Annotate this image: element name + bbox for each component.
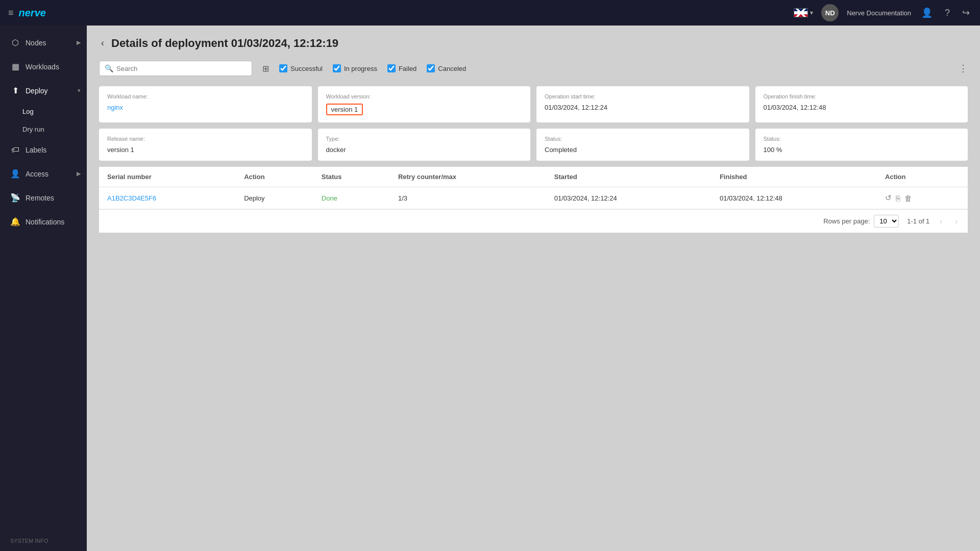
sidebar-item-log[interactable]: Log xyxy=(0,103,87,120)
col-action-header: Action xyxy=(877,167,968,187)
filter-successful[interactable]: Successful xyxy=(279,64,323,72)
hamburger-icon[interactable]: ≡ xyxy=(8,8,14,18)
refresh-icon[interactable]: ↺ xyxy=(885,193,892,203)
col-retry: Retry counter/max xyxy=(390,167,546,187)
language-selector[interactable]: ▾ xyxy=(794,8,813,17)
sidebar-item-notifications[interactable]: 🔔 Notifications xyxy=(0,210,87,234)
avatar[interactable]: ND xyxy=(821,4,839,21)
filter-in-progress-checkbox[interactable] xyxy=(333,64,341,72)
col-serial-number: Serial number xyxy=(99,167,236,187)
user-icon[interactable]: 👤 xyxy=(919,5,935,20)
next-page-button[interactable]: › xyxy=(953,216,960,227)
more-options-button[interactable]: ⋮ xyxy=(959,63,968,74)
info-card-type-value: docker xyxy=(326,146,523,154)
col-finished: Finished xyxy=(712,167,877,187)
page-header: ‹ Details of deployment 01/03/2024, 12:1… xyxy=(99,36,968,51)
table-container: Serial number Action Status Retry counte… xyxy=(99,167,968,233)
delete-icon[interactable]: 🗑 xyxy=(904,194,912,203)
sidebar-item-access[interactable]: 👤 Access ▶ xyxy=(0,162,87,186)
sidebar-item-remotes-label: Remotes xyxy=(26,194,54,202)
table-header: Serial number Action Status Retry counte… xyxy=(99,167,968,187)
info-card-workload-name: Workload name: nginx xyxy=(99,86,312,122)
info-card-status-percent-label: Status: xyxy=(764,136,960,142)
filter-canceled-checkbox[interactable] xyxy=(427,64,435,72)
app-logo: nerve xyxy=(19,7,46,19)
deployments-table: Serial number Action Status Retry counte… xyxy=(99,167,968,209)
filter-successful-label: Successful xyxy=(290,65,323,72)
sidebar-item-deploy[interactable]: ⬆ Deploy ▾ xyxy=(0,79,87,103)
docs-link[interactable]: Nerve Documentation xyxy=(847,9,911,17)
cell-serial-number[interactable]: A1B2C3D4E5F6 xyxy=(99,187,236,209)
col-action: Action xyxy=(236,167,313,187)
rows-per-page-container: Rows per page: 10 25 50 xyxy=(823,215,899,228)
sidebar-item-access-label: Access xyxy=(26,170,48,178)
info-card-status-completed-value: Completed xyxy=(545,146,741,154)
prev-page-button[interactable]: ‹ xyxy=(938,216,944,227)
page-info: 1-1 of 1 xyxy=(907,217,929,225)
cell-retry: 1/3 xyxy=(390,187,546,209)
filter-icon[interactable]: ⊞ xyxy=(262,64,269,73)
pagination: Rows per page: 10 25 50 1-1 of 1 ‹ › xyxy=(99,209,968,233)
sidebar-item-labels[interactable]: 🏷 Labels xyxy=(0,138,87,162)
sidebar-item-deploy-label: Deploy xyxy=(26,87,48,95)
sidebar-item-dry-run-label: Dry run xyxy=(22,126,44,133)
sidebar-item-notifications-label: Notifications xyxy=(26,218,64,226)
search-input[interactable] xyxy=(116,65,247,72)
cell-status: Done xyxy=(313,187,390,209)
labels-icon: 🏷 xyxy=(10,145,20,155)
info-card-workload-version-value: version 1 xyxy=(326,104,523,115)
flag-icon xyxy=(794,8,808,17)
filter-canceled[interactable]: Canceled xyxy=(427,64,466,72)
brand: ≡ nerve xyxy=(8,7,788,19)
back-button[interactable]: ‹ xyxy=(99,36,106,51)
navbar-right: ▾ ND Nerve Documentation 👤 ? ↪ xyxy=(794,4,972,21)
row-action-icons: ↺ ⎘ 🗑 xyxy=(885,193,960,203)
col-started: Started xyxy=(546,167,712,187)
sidebar-item-nodes-label: Nodes xyxy=(26,39,46,47)
filter-failed-label: Failed xyxy=(399,65,416,72)
info-card-op-start-value: 01/03/2024, 12:12:24 xyxy=(545,104,741,111)
filter-failed[interactable]: Failed xyxy=(387,64,416,72)
nodes-expand-icon: ▶ xyxy=(77,39,81,46)
sidebar-item-workloads-label: Workloads xyxy=(26,63,59,71)
notifications-icon: 🔔 xyxy=(10,217,20,227)
navbar: ≡ nerve ▾ ND Nerve Documentation 👤 ? ↪ xyxy=(0,0,980,26)
chevron-down-icon: ▾ xyxy=(810,9,813,16)
info-card-status-completed: Status: Completed xyxy=(536,129,749,161)
filter-successful-checkbox[interactable] xyxy=(279,64,287,72)
info-card-op-finish-label: Operation finish time: xyxy=(764,93,960,99)
sidebar-item-remotes[interactable]: 📡 Remotes xyxy=(0,186,87,210)
info-card-status-percent-value: 100 % xyxy=(764,146,960,154)
info-card-status-percent: Status: 100 % xyxy=(755,129,968,161)
sidebar-item-nodes[interactable]: ⬡ Nodes ▶ xyxy=(0,31,87,55)
filter-failed-checkbox[interactable] xyxy=(387,64,396,72)
info-card-type-label: Type: xyxy=(326,136,523,142)
workloads-icon: ▦ xyxy=(10,62,20,71)
table-body: A1B2C3D4E5F6 Deploy Done 1/3 01/03/2024,… xyxy=(99,187,968,209)
cell-started: 01/03/2024, 12:12:24 xyxy=(546,187,712,209)
rows-per-page-select[interactable]: 10 25 50 xyxy=(874,215,899,228)
col-status: Status xyxy=(313,167,390,187)
info-cards-row1: Workload name: nginx Workload version: v… xyxy=(99,86,968,122)
cell-finished: 01/03/2024, 12:12:48 xyxy=(712,187,877,209)
cell-action: Deploy xyxy=(236,187,313,209)
info-card-workload-name-value[interactable]: nginx xyxy=(107,104,304,111)
search-icon: 🔍 xyxy=(105,64,113,72)
info-card-workload-version-label: Workload version: xyxy=(326,93,523,99)
filter-bar: 🔍 ⊞ Successful In progress Failed Cancel… xyxy=(99,61,968,76)
info-card-release-name-value: version 1 xyxy=(107,146,304,154)
sidebar-item-dry-run[interactable]: Dry run xyxy=(0,120,87,138)
copy-icon[interactable]: ⎘ xyxy=(896,194,900,203)
nodes-icon: ⬡ xyxy=(10,38,20,47)
filter-in-progress[interactable]: In progress xyxy=(333,64,377,72)
sidebar-item-log-label: Log xyxy=(22,108,34,115)
search-box: 🔍 xyxy=(99,61,252,76)
info-cards-row2: Release name: version 1 Type: docker Sta… xyxy=(99,129,968,161)
system-info-link[interactable]: SYSTEM INFO xyxy=(0,531,87,551)
info-card-op-start-label: Operation start time: xyxy=(545,93,741,99)
sidebar-item-workloads[interactable]: ▦ Workloads xyxy=(0,55,87,79)
logout-icon[interactable]: ↪ xyxy=(960,5,972,20)
deploy-icon: ⬆ xyxy=(10,86,20,95)
help-icon[interactable]: ? xyxy=(943,6,952,20)
info-card-workload-version: Workload version: version 1 xyxy=(318,86,531,122)
